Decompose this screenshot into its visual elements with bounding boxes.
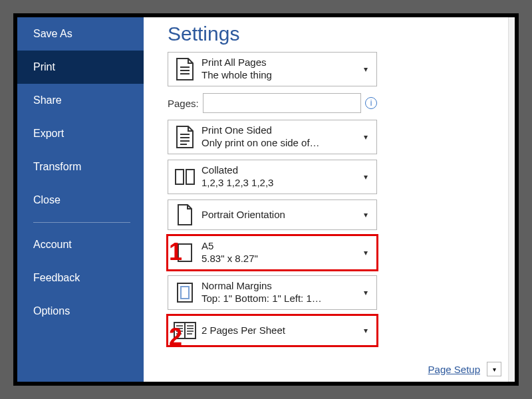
page-one-side-icon <box>172 126 198 148</box>
pages-label: Pages: <box>168 98 199 109</box>
svg-rect-11 <box>181 287 189 299</box>
setting-subtitle: Top: 1" Bottom: 1" Left: 1… <box>201 293 360 305</box>
sidebar-item-save-as[interactable]: Save As <box>17 17 144 51</box>
sidebar-item-print[interactable]: Print <box>17 51 144 84</box>
setting-title: A5 <box>201 240 360 253</box>
sidebar-item-feedback[interactable]: Feedback <box>17 261 144 295</box>
sidebar-item-account[interactable]: Account <box>17 228 144 261</box>
chevron-down-icon: ▾ <box>360 210 371 219</box>
pages-row: Pages: i <box>168 92 377 114</box>
chevron-down-icon: ▾ <box>360 326 371 335</box>
document-lines-icon <box>172 58 198 80</box>
setting-collate[interactable]: Collated 1,2,3 1,2,3 1,2,3 ▾ <box>168 160 377 194</box>
sidebar-item-label: Account <box>33 239 72 250</box>
annotation-2: 2 <box>169 323 182 351</box>
setting-pages-per-sheet[interactable]: 2 Pages Per Sheet ▾ <box>168 315 377 346</box>
print-backstage-window: Save As Print Share Export Transform Clo… <box>17 17 515 382</box>
sidebar-item-share[interactable]: Share <box>17 84 144 117</box>
svg-rect-7 <box>176 170 184 184</box>
page-setup-dropdown[interactable]: ▾ <box>487 362 501 376</box>
setting-print-pages[interactable]: Print All Pages The whole thing ▾ <box>168 52 377 86</box>
settings-heading: Settings <box>168 23 503 45</box>
sidebar-item-label: Transform <box>33 161 81 172</box>
setting-sides[interactable]: Print One Sided Only print on one side o… <box>168 120 377 154</box>
scrollbar[interactable] <box>508 17 515 382</box>
setting-title: Collated <box>201 164 360 177</box>
sidebar-item-options[interactable]: Options <box>17 295 144 328</box>
setting-subtitle: Only print on one side of… <box>201 137 360 150</box>
chevron-down-icon: ▾ <box>360 65 371 74</box>
annotation-1: 1 <box>169 238 182 266</box>
sidebar-item-label: Feedback <box>33 272 80 283</box>
margins-icon <box>172 282 198 303</box>
setting-paper-size[interactable]: A5 5.83" x 8.27" ▾ <box>168 235 377 270</box>
chevron-down-icon: ▾ <box>360 172 371 182</box>
sidebar-item-label: Share <box>33 94 62 106</box>
portrait-icon <box>172 204 198 225</box>
setting-subtitle: 1,2,3 1,2,3 1,2,3 <box>201 177 360 190</box>
setting-margins[interactable]: Normal Margins Top: 1" Bottom: 1" Left: … <box>168 275 377 310</box>
sidebar-item-close[interactable]: Close <box>17 184 144 217</box>
setting-title: Normal Margins <box>201 280 360 293</box>
svg-rect-8 <box>186 170 194 184</box>
setting-title: Print All Pages <box>201 57 360 69</box>
info-icon[interactable]: i <box>365 97 377 109</box>
collated-icon <box>172 168 198 186</box>
sidebar-item-label: Close <box>33 194 61 205</box>
chevron-down-icon: ▾ <box>360 248 371 257</box>
sidebar-item-label: Print <box>33 61 55 72</box>
setting-orientation[interactable]: Portrait Orientation ▾ <box>168 200 377 230</box>
settings-panel: Settings Print All Pages The whole thing… <box>144 17 515 382</box>
chevron-down-icon: ▾ <box>360 132 371 142</box>
chevron-down-icon: ▾ <box>360 288 371 297</box>
sidebar-item-transform[interactable]: Transform <box>17 150 144 184</box>
setting-title: Print One Sided <box>201 124 360 137</box>
pages-input[interactable] <box>203 93 361 113</box>
sidebar-item-label: Options <box>33 305 70 317</box>
setting-subtitle: The whole thing <box>201 69 360 82</box>
setting-title: Portrait Orientation <box>201 209 360 221</box>
sidebar-item-label: Export <box>33 128 64 139</box>
backstage-sidebar: Save As Print Share Export Transform Clo… <box>17 17 144 382</box>
setting-subtitle: 5.83" x 8.27" <box>201 253 360 265</box>
sidebar-divider <box>33 222 130 223</box>
page-setup-link[interactable]: Page Setup <box>428 364 480 375</box>
sidebar-item-export[interactable]: Export <box>17 117 144 150</box>
sidebar-item-label: Save As <box>33 28 72 39</box>
setting-title: 2 Pages Per Sheet <box>201 325 360 337</box>
